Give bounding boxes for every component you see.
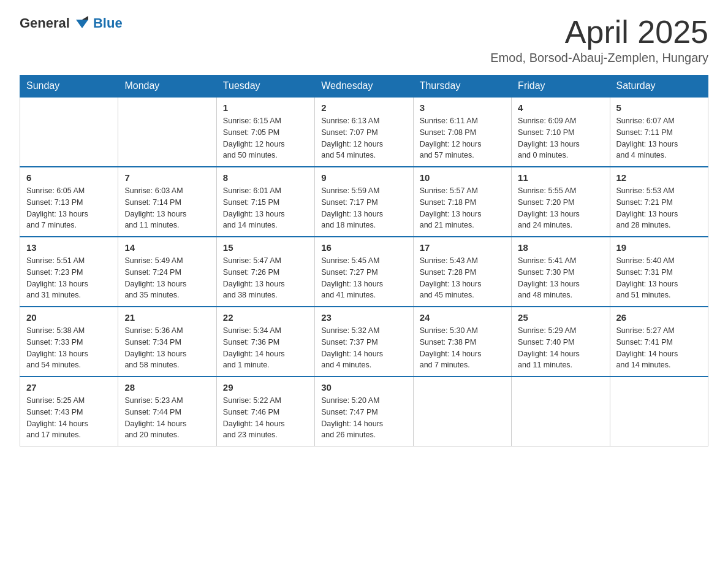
weekday-header-thursday: Thursday [413,75,511,98]
day-number: 24 [420,312,505,323]
day-info: Sunrise: 5:32 AM Sunset: 7:37 PM Dayligh… [321,325,406,371]
calendar-cell: 21Sunrise: 5:36 AM Sunset: 7:34 PM Dayli… [118,307,216,377]
week-row-5: 27Sunrise: 5:25 AM Sunset: 7:43 PM Dayli… [20,377,708,446]
calendar-cell: 24Sunrise: 5:30 AM Sunset: 7:38 PM Dayli… [413,307,511,377]
svg-marker-0 [76,20,88,28]
calendar-cell: 1Sunrise: 6:15 AM Sunset: 7:05 PM Daylig… [216,97,314,167]
day-number: 15 [223,242,308,253]
calendar-cell: 18Sunrise: 5:41 AM Sunset: 7:30 PM Dayli… [512,237,610,307]
week-row-4: 20Sunrise: 5:38 AM Sunset: 7:33 PM Dayli… [20,307,708,377]
svg-marker-1 [82,16,88,20]
calendar-cell: 11Sunrise: 5:55 AM Sunset: 7:20 PM Dayli… [512,167,610,237]
calendar-cell [413,377,511,446]
day-info: Sunrise: 6:01 AM Sunset: 7:15 PM Dayligh… [223,185,308,231]
day-number: 18 [518,242,603,253]
day-info: Sunrise: 5:25 AM Sunset: 7:43 PM Dayligh… [26,395,112,441]
calendar-cell: 25Sunrise: 5:29 AM Sunset: 7:40 PM Dayli… [512,307,610,377]
calendar-cell: 17Sunrise: 5:43 AM Sunset: 7:28 PM Dayli… [413,237,511,307]
title-section: April 2025 Emod, Borsod-Abauj-Zemplen, H… [490,15,708,65]
day-info: Sunrise: 5:38 AM Sunset: 7:33 PM Dayligh… [26,325,112,371]
day-number: 2 [321,102,406,113]
day-number: 16 [321,242,406,253]
calendar-cell: 27Sunrise: 5:25 AM Sunset: 7:43 PM Dayli… [20,377,118,446]
weekday-header-friday: Friday [512,75,610,98]
day-number: 12 [616,172,702,183]
calendar-cell: 20Sunrise: 5:38 AM Sunset: 7:33 PM Dayli… [20,307,118,377]
logo: General Blue [20,15,123,32]
weekday-header-row: SundayMondayTuesdayWednesdayThursdayFrid… [20,75,708,98]
calendar-cell: 16Sunrise: 5:45 AM Sunset: 7:27 PM Dayli… [315,237,413,307]
day-number: 9 [321,172,406,183]
calendar-cell: 4Sunrise: 6:09 AM Sunset: 7:10 PM Daylig… [512,97,610,167]
day-number: 11 [518,172,603,183]
weekday-header-monday: Monday [118,75,216,98]
day-number: 26 [616,312,702,323]
week-row-1: 1Sunrise: 6:15 AM Sunset: 7:05 PM Daylig… [20,97,708,167]
day-number: 13 [26,242,112,253]
page-header: General Blue April 2025 Emod, Borsod-Aba… [20,15,708,65]
week-row-3: 13Sunrise: 5:51 AM Sunset: 7:23 PM Dayli… [20,237,708,307]
day-info: Sunrise: 5:36 AM Sunset: 7:34 PM Dayligh… [124,325,210,371]
day-info: Sunrise: 5:22 AM Sunset: 7:46 PM Dayligh… [223,395,308,441]
day-info: Sunrise: 5:23 AM Sunset: 7:44 PM Dayligh… [124,395,210,441]
logo-blue-text: Blue [93,15,123,31]
weekday-header-saturday: Saturday [610,75,708,98]
calendar-cell: 13Sunrise: 5:51 AM Sunset: 7:23 PM Dayli… [20,237,118,307]
location-subtitle: Emod, Borsod-Abauj-Zemplen, Hungary [490,51,708,65]
calendar-cell: 8Sunrise: 6:01 AM Sunset: 7:15 PM Daylig… [216,167,314,237]
calendar-cell: 26Sunrise: 5:27 AM Sunset: 7:41 PM Dayli… [610,307,708,377]
day-info: Sunrise: 6:03 AM Sunset: 7:14 PM Dayligh… [124,185,210,231]
day-number: 29 [223,382,308,393]
calendar-cell: 6Sunrise: 6:05 AM Sunset: 7:13 PM Daylig… [20,167,118,237]
calendar-cell: 19Sunrise: 5:40 AM Sunset: 7:31 PM Dayli… [610,237,708,307]
calendar-cell: 10Sunrise: 5:57 AM Sunset: 7:18 PM Dayli… [413,167,511,237]
day-info: Sunrise: 5:59 AM Sunset: 7:17 PM Dayligh… [321,185,406,231]
calendar-cell: 12Sunrise: 5:53 AM Sunset: 7:21 PM Dayli… [610,167,708,237]
day-number: 8 [223,172,308,183]
day-info: Sunrise: 5:27 AM Sunset: 7:41 PM Dayligh… [616,325,702,371]
calendar-cell: 23Sunrise: 5:32 AM Sunset: 7:37 PM Dayli… [315,307,413,377]
calendar-cell: 28Sunrise: 5:23 AM Sunset: 7:44 PM Dayli… [118,377,216,446]
day-info: Sunrise: 6:07 AM Sunset: 7:11 PM Dayligh… [616,115,702,161]
day-number: 30 [321,382,406,393]
day-info: Sunrise: 5:41 AM Sunset: 7:30 PM Dayligh… [518,255,603,301]
calendar-cell: 15Sunrise: 5:47 AM Sunset: 7:26 PM Dayli… [216,237,314,307]
day-number: 3 [420,102,505,113]
day-info: Sunrise: 5:57 AM Sunset: 7:18 PM Dayligh… [420,185,505,231]
day-number: 19 [616,242,702,253]
day-info: Sunrise: 5:47 AM Sunset: 7:26 PM Dayligh… [223,255,308,301]
day-number: 1 [223,102,308,113]
weekday-header-sunday: Sunday [20,75,118,98]
month-title: April 2025 [490,15,708,50]
calendar-cell [512,377,610,446]
day-info: Sunrise: 5:43 AM Sunset: 7:28 PM Dayligh… [420,255,505,301]
calendar-cell: 2Sunrise: 6:13 AM Sunset: 7:07 PM Daylig… [315,97,413,167]
day-number: 25 [518,312,603,323]
calendar-cell [20,97,118,167]
day-info: Sunrise: 5:53 AM Sunset: 7:21 PM Dayligh… [616,185,702,231]
day-number: 5 [616,102,702,113]
weekday-header-wednesday: Wednesday [315,75,413,98]
day-info: Sunrise: 5:51 AM Sunset: 7:23 PM Dayligh… [26,255,112,301]
day-number: 23 [321,312,406,323]
day-number: 27 [26,382,112,393]
logo-icon [74,15,91,32]
weekday-header-tuesday: Tuesday [216,75,314,98]
day-info: Sunrise: 5:34 AM Sunset: 7:36 PM Dayligh… [223,325,308,371]
day-info: Sunrise: 6:13 AM Sunset: 7:07 PM Dayligh… [321,115,406,161]
day-info: Sunrise: 6:09 AM Sunset: 7:10 PM Dayligh… [518,115,603,161]
day-info: Sunrise: 5:45 AM Sunset: 7:27 PM Dayligh… [321,255,406,301]
logo-general-text: General [20,15,70,31]
day-number: 21 [124,312,210,323]
week-row-2: 6Sunrise: 6:05 AM Sunset: 7:13 PM Daylig… [20,167,708,237]
calendar-cell [118,97,216,167]
day-info: Sunrise: 5:55 AM Sunset: 7:20 PM Dayligh… [518,185,603,231]
day-number: 7 [124,172,210,183]
day-number: 10 [420,172,505,183]
day-number: 14 [124,242,210,253]
day-number: 6 [26,172,112,183]
calendar-table: SundayMondayTuesdayWednesdayThursdayFrid… [20,75,708,446]
day-number: 28 [124,382,210,393]
calendar-cell: 7Sunrise: 6:03 AM Sunset: 7:14 PM Daylig… [118,167,216,237]
day-info: Sunrise: 5:29 AM Sunset: 7:40 PM Dayligh… [518,325,603,371]
